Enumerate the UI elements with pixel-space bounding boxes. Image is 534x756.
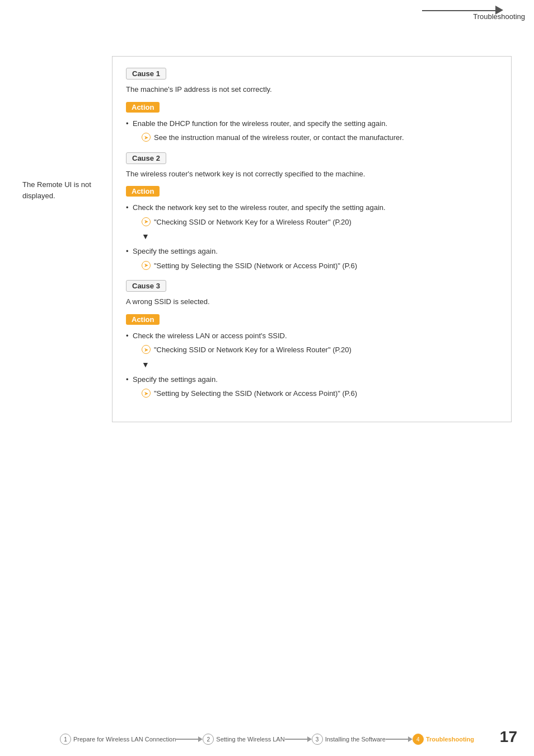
nav-connector-1 <box>176 739 198 740</box>
cause2-badge: Cause 2 <box>126 152 166 164</box>
nav-step-2: 2 Setting the Wireless LAN <box>203 734 284 745</box>
cause3-sub-item-1: ➤ "Checking SSID or Network Key for a Wi… <box>126 344 498 356</box>
cause2-down-arrow: ▼ <box>126 231 498 242</box>
cause3-description: A wrong SSID is selected. <box>126 296 498 307</box>
cause1-sub-item: ➤ See the instruction manual of the wire… <box>133 132 498 143</box>
cause2-sub-1: ➤ "Checking SSID or Network Key for a Wi… <box>133 217 498 228</box>
nav-connector-3 <box>386 739 408 740</box>
cause1-description: The machine's IP address is not set corr… <box>126 84 498 95</box>
nav-arrow-3 <box>408 736 413 742</box>
cause1-badge: Cause 1 <box>126 68 166 80</box>
cause1-action-item-1: Enable the DHCP function for the wireles… <box>126 118 498 129</box>
cause2-sub-item-1: ➤ "Checking SSID or Network Key for a Wi… <box>126 217 498 228</box>
cause2-section: Cause 2 The wireless router's network ke… <box>126 152 498 272</box>
cause3-sub-2: ➤ "Setting by Selecting the SSID (Networ… <box>133 388 498 399</box>
header-line <box>422 10 500 11</box>
down-arrow-icon: ▼ <box>142 359 498 371</box>
cause3-sub-1: ➤ "Checking SSID or Network Key for a Wi… <box>133 344 498 356</box>
cause3-section: Cause 3 A wrong SSID is selected. Action… <box>126 280 498 399</box>
main-content: The Remote UI is not displayed. Cause 1 … <box>22 56 512 422</box>
step-circle-1: 1 <box>60 734 71 745</box>
cause3-action-badge: Action <box>126 314 160 325</box>
cause2-link-1: "Checking SSID or Network Key for a Wire… <box>154 217 352 228</box>
circle-arrow-icon: ➤ <box>142 133 151 142</box>
step-label-2: Setting the Wireless LAN <box>216 736 284 743</box>
nav-step-3: 3 Installing the Software <box>312 734 386 745</box>
cause2-action-badge: Action <box>126 186 160 197</box>
step-label-3: Installing the Software <box>325 736 386 743</box>
cause3-down-arrow: ▼ <box>126 359 498 371</box>
cause2-sub-item-2: ➤ "Setting by Selecting the SSID (Networ… <box>126 260 498 272</box>
top-header: Troubleshooting <box>422 0 534 22</box>
header-troubleshooting-label: Troubleshooting <box>473 12 525 21</box>
cause2-action-list: Check the network key set to the wireles… <box>126 202 498 271</box>
nav-arrow-1 <box>198 736 203 742</box>
left-problem-label: The Remote UI is not displayed. <box>22 56 112 422</box>
circle-arrow-icon: ➤ <box>142 389 151 398</box>
circle-arrow-icon: ➤ <box>142 261 151 270</box>
cause3-action-item-1: Check the wireless LAN or access point's… <box>126 330 498 342</box>
step-circle-2: 2 <box>203 734 214 745</box>
cause3-badge: Cause 3 <box>126 280 166 292</box>
bottom-navigation: 1 Prepare for Wireless LAN Connection 2 … <box>0 734 534 745</box>
cause3-action-item-2: Specify the settings again. <box>126 374 498 385</box>
step-circle-3: 3 <box>312 734 323 745</box>
cause2-link-2: "Setting by Selecting the SSID (Network … <box>154 260 357 272</box>
cause2-sub-2: ➤ "Setting by Selecting the SSID (Networ… <box>133 260 498 272</box>
cause2-action-item-2: Specify the settings again. <box>126 246 498 257</box>
cause1-action-badge: Action <box>126 102 160 113</box>
cause1-section: Cause 1 The machine's IP address is not … <box>126 68 498 143</box>
nav-step-1: 1 Prepare for Wireless LAN Connection <box>60 734 176 745</box>
cause1-action-list: Enable the DHCP function for the wireles… <box>126 118 498 143</box>
page-number: 17 <box>500 728 517 746</box>
cause2-action-item-1: Check the network key set to the wireles… <box>126 202 498 213</box>
cause2-description: The wireless router's network key is not… <box>126 169 498 180</box>
content-box: Cause 1 The machine's IP address is not … <box>112 56 512 422</box>
cause1-action-subitem-1: ➤ See the instruction manual of the wire… <box>126 132 498 143</box>
step-circle-4: 4 <box>413 734 424 745</box>
step-label-4: Troubleshooting <box>426 736 474 743</box>
cause3-sub-item-2: ➤ "Setting by Selecting the SSID (Networ… <box>126 388 498 399</box>
cause3-link-2: "Setting by Selecting the SSID (Network … <box>154 388 357 399</box>
cause1-link-text: See the instruction manual of the wirele… <box>154 132 404 143</box>
down-arrow-icon: ▼ <box>142 231 498 242</box>
circle-arrow-icon: ➤ <box>142 345 151 354</box>
cause3-action-list: Check the wireless LAN or access point's… <box>126 330 498 399</box>
nav-step-4: 4 Troubleshooting <box>413 734 474 745</box>
step-label-1: Prepare for Wireless LAN Connection <box>73 736 176 743</box>
nav-connector-2 <box>285 739 307 740</box>
nav-arrow-2 <box>307 736 312 742</box>
cause3-link-1: "Checking SSID or Network Key for a Wire… <box>154 344 352 356</box>
circle-arrow-icon: ➤ <box>142 217 151 226</box>
